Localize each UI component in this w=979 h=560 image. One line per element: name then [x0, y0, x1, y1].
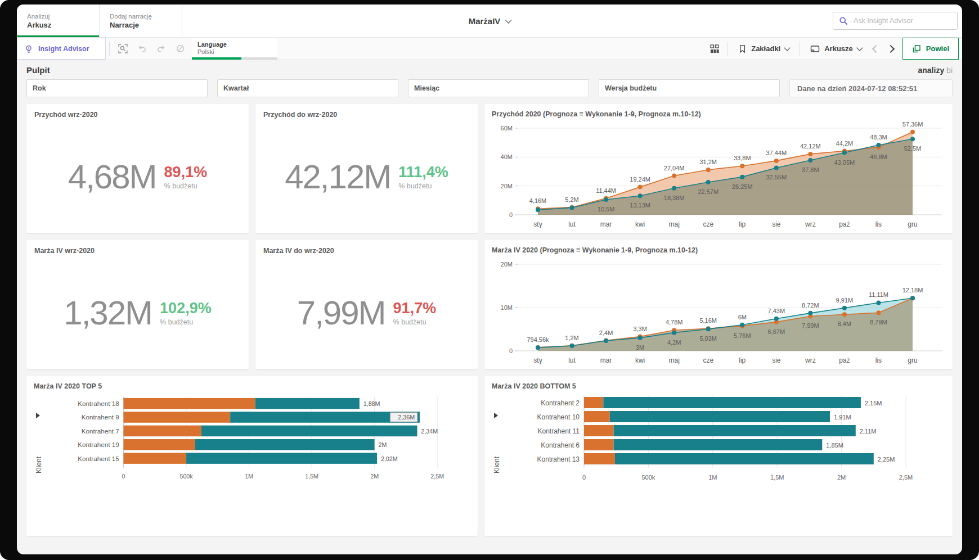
dimension-label: Klient	[493, 428, 501, 473]
tab-analizuj-arkusz[interactable]: Analizuj Arkusz	[17, 4, 100, 37]
svg-text:Kontrahent 2: Kontrahent 2	[541, 399, 580, 407]
kpi-przychod-do-wrz: Przychód do wrz-2020 42,12M 111,4% % bud…	[255, 104, 478, 233]
svg-text:1,85M: 1,85M	[826, 442, 843, 449]
kpi-marza-wrz: Marża IV wrz-2020 1,32M 102,9% % budżetu	[26, 240, 249, 369]
qlik-app-window: Analizuj Arkusz Dodaj narrację Narracje …	[17, 4, 962, 554]
svg-text:9,91M: 9,91M	[836, 297, 854, 304]
filter-kwartal[interactable]: Kwartał	[217, 79, 398, 97]
search-icon	[839, 16, 848, 25]
svg-text:2,5M: 2,5M	[431, 473, 444, 480]
top5-bar-chart[interactable]: 0500k1M1,5M2M2,5MKontrahent 181,88MKontr…	[48, 395, 470, 485]
svg-text:1,88M: 1,88M	[363, 400, 380, 407]
svg-text:2,34M: 2,34M	[421, 428, 438, 435]
data-timestamp: Dane na dzień 2024-07-12 08:52:51	[789, 79, 953, 97]
bottom5-bar-chart-card: Marża IV 2020 BOTTOM 5 Klient 0500k1M1,5…	[484, 376, 953, 536]
next-sheet-button[interactable]	[883, 38, 898, 60]
svg-text:kwi: kwi	[635, 356, 645, 364]
svg-text:52,5M: 52,5M	[904, 145, 922, 152]
chart-title: Przychód 2020 (Prognoza = Wykonanie 1-9,…	[492, 110, 945, 118]
svg-text:7,99M: 7,99M	[802, 322, 819, 329]
selection-progress-bar	[192, 57, 277, 60]
expand-arrow-icon[interactable]	[36, 413, 40, 418]
svg-text:3,3M: 3,3M	[633, 326, 646, 332]
expand-arrow-icon[interactable]	[494, 413, 498, 418]
svg-text:sty: sty	[533, 220, 542, 228]
svg-text:paź: paź	[839, 220, 850, 228]
svg-text:500k: 500k	[180, 473, 194, 480]
search-input[interactable]	[852, 16, 951, 25]
kpi-body: 42,12M 111,4% % budżetu	[263, 119, 470, 227]
chart-title: Marża IV 2020 (Prognoza = Wykonanie 1-9,…	[492, 246, 945, 254]
svg-text:Kontrahent 19: Kontrahent 19	[78, 441, 119, 448]
kpi-title: Przychód wrz-2020	[34, 111, 241, 119]
svg-text:kwi: kwi	[635, 220, 645, 228]
dashboard-grid: Przychód wrz-2020 4,68M 89,1% % budżetu …	[17, 103, 962, 536]
svg-text:8,79M: 8,79M	[870, 319, 887, 326]
kpi-title: Marża IV wrz-2020	[34, 247, 241, 255]
svg-text:lis: lis	[875, 220, 882, 228]
dimension-column: Klient	[492, 395, 506, 485]
margin-line-chart[interactable]: 010M20Msty794,56klut1,2Mmar2,4Mkwi3,3M3M…	[492, 254, 945, 367]
tab-dodaj-narracje[interactable]: Dodaj narrację Narracje	[100, 4, 182, 37]
language-selection-chip[interactable]: Language Polski	[192, 38, 277, 60]
filter-miesiac[interactable]: Miesiąc	[408, 79, 589, 97]
svg-text:Kontrahent 7: Kontrahent 7	[82, 427, 119, 435]
svg-text:5,2M: 5,2M	[565, 196, 578, 203]
svg-text:gru: gru	[908, 356, 917, 364]
svg-text:cze: cze	[703, 220, 713, 228]
app-title-menu[interactable]: MarżaIV	[469, 4, 511, 37]
bottom5-bar-chart[interactable]: 0500k1M1,5M2M2,5MKontrahent 22,15MKontra…	[506, 395, 940, 485]
revenue-line-chart-card: Przychód 2020 (Prognoza = Wykonanie 1-9,…	[484, 104, 953, 233]
chevron-left-icon	[872, 44, 880, 52]
svg-text:lip: lip	[739, 356, 746, 364]
selection-search-icon[interactable]	[113, 38, 132, 60]
svg-text:Kontrahent 10: Kontrahent 10	[537, 413, 580, 421]
chevron-down-icon	[505, 17, 511, 23]
chart-title: Marża IV 2020 BOTTOM 5	[492, 382, 945, 390]
insight-advisor-search[interactable]	[833, 12, 958, 30]
svg-text:2M: 2M	[837, 474, 846, 481]
svg-text:0: 0	[509, 347, 513, 354]
svg-text:0: 0	[509, 211, 513, 218]
svg-text:11,44M: 11,44M	[596, 187, 616, 194]
kpi-marza-do-wrz: Marża IV do wrz-2020 7,99M 91,7% % budże…	[255, 240, 478, 369]
insight-advisor-button[interactable]: Insight Advisor	[17, 38, 106, 60]
kpi-sublabel: % budżetu	[393, 318, 426, 326]
svg-text:0: 0	[582, 474, 586, 481]
svg-text:8,4M: 8,4M	[838, 320, 851, 327]
svg-text:2,25M: 2,25M	[878, 456, 895, 463]
insight-advisor-label: Insight Advisor	[38, 45, 89, 53]
svg-text:5,16M: 5,16M	[699, 317, 717, 324]
tab-label: Arkusz	[27, 21, 89, 29]
svg-text:1,5M: 1,5M	[770, 474, 784, 481]
charts-grid-icon[interactable]	[705, 38, 724, 60]
svg-text:lut: lut	[568, 220, 576, 228]
svg-text:1,5M: 1,5M	[306, 473, 319, 480]
sheets-menu[interactable]: Arkusze	[803, 38, 869, 60]
svg-text:794,56k: 794,56k	[527, 336, 549, 343]
revenue-line-chart[interactable]: 020M40M60Msty4,16Mlut5,2Mmar11,44M10,5Mk…	[492, 118, 945, 231]
svg-text:4,16M: 4,16M	[529, 197, 547, 204]
svg-text:maj: maj	[669, 220, 680, 228]
svg-text:Kontrahent 13: Kontrahent 13	[537, 455, 580, 463]
dimension-column: Klient	[34, 395, 48, 485]
tab-sub-label: Dodaj narrację	[110, 13, 172, 20]
chevron-right-icon	[887, 44, 895, 52]
filter-wersja-budzetu[interactable]: Wersja budżetu	[599, 79, 780, 97]
svg-text:46,8M: 46,8M	[870, 153, 887, 160]
previous-sheet-button[interactable]	[869, 38, 883, 60]
svg-text:1M: 1M	[245, 473, 253, 480]
bookmarks-menu[interactable]: Zakładki	[731, 38, 796, 60]
svg-text:20M: 20M	[501, 183, 513, 189]
duplicate-button[interactable]: Powiel	[902, 38, 959, 60]
svg-text:wrz: wrz	[805, 220, 816, 228]
filter-rok[interactable]: Rok	[26, 79, 208, 97]
svg-text:7,43M: 7,43M	[768, 308, 785, 314]
svg-text:13,13M: 13,13M	[630, 202, 650, 209]
chart-title: Marża IV 2020 TOP 5	[34, 382, 470, 390]
svg-text:500k: 500k	[641, 474, 655, 481]
duplicate-icon	[912, 44, 921, 53]
kpi-value: 1,32M	[64, 293, 152, 332]
kpi-body: 4,68M 89,1% % budżetu	[34, 119, 241, 227]
kpi-percent: 102,9%	[160, 300, 212, 317]
